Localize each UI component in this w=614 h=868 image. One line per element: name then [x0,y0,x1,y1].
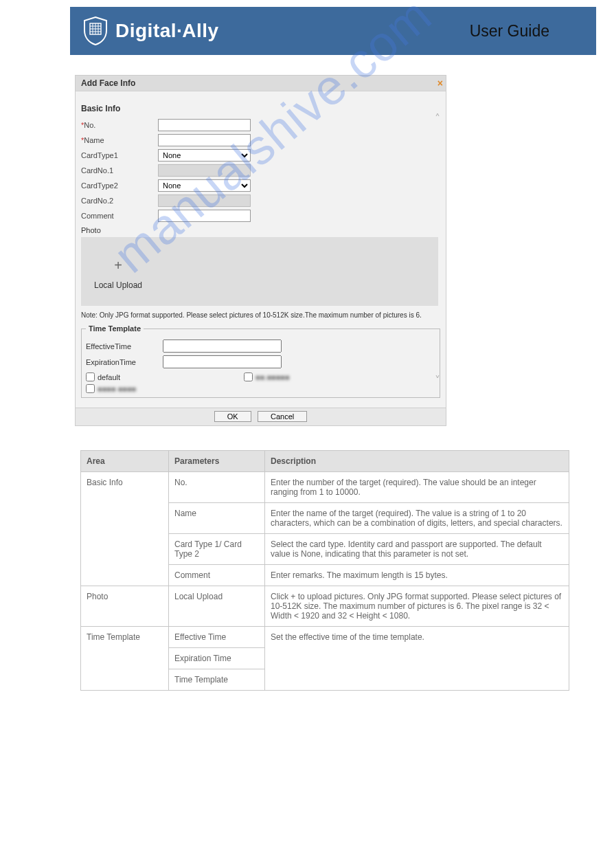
default-checkbox-label[interactable]: default [86,372,120,381]
param-cell: Time Template [169,669,265,691]
brand-name: Digital·Ally [115,20,219,42]
brand: Digital·Ally [82,16,470,45]
parameters-table: Area Parameters Description Basic Info N… [80,450,569,691]
obscured-checkbox-1[interactable]: ■■.■■■■■ [244,372,290,381]
default-checkbox[interactable] [86,372,95,381]
no-input[interactable] [158,119,251,131]
comment-label: Comment [81,212,158,220]
no-label: *No. [81,121,158,129]
desc-cell: Set the effective time of the time templ… [265,627,569,691]
table-header-params: Parameters [169,451,265,472]
photo-note: Note: Only JPG format supported. Please … [81,306,440,323]
dialog-title-text: Add Face Info [81,78,135,88]
table-row: Time Template Effective Time Set the eff… [81,627,569,648]
table-header-desc: Description [265,451,569,472]
desc-cell: Select the card type. Identity card and … [265,534,569,565]
cancel-button[interactable]: Cancel [258,411,307,422]
close-icon[interactable]: × [437,78,443,89]
area-cell: Photo [81,586,169,627]
cardno2-label: CardNo.2 [81,197,158,205]
area-cell: Basic Info [81,472,169,586]
name-label: *Name [81,136,158,144]
obscured-text-2: ■■■■ ■■■■ [98,385,136,393]
time-template-fieldset: Time Template EffectiveTime ExpirationTi… [81,324,440,398]
desc-cell: Enter remarks. The maximum length is 15 … [265,565,569,586]
table-header-area: Area [81,451,169,472]
cardno2-input [158,194,251,207]
expiration-time-label: ExpirationTime [86,358,163,366]
shield-icon [82,16,109,45]
name-input[interactable] [158,134,251,146]
desc-cell: Enter the name of the target (required).… [265,503,569,534]
desc-cell: Click + to upload pictures. Only JPG for… [265,586,569,627]
dialog-footer: OK Cancel [76,408,446,425]
dialog-title-bar: Add Face Info × [76,76,446,91]
local-upload-label: Local Upload [86,280,150,290]
cardno1-label: CardNo.1 [81,166,158,175]
dialog-body: ˄ ˅ Basic Info *No. *Name CardType1 None… [76,91,446,408]
photo-label: Photo [81,223,440,237]
basic-info-heading: Basic Info [81,98,440,118]
obscured-checkbox-2[interactable]: ■■■■ ■■■■ [86,384,136,393]
obscured-checkbox-2-box[interactable] [86,384,95,393]
plus-icon[interactable]: + [86,254,150,280]
param-cell: Local Upload [169,586,265,627]
cardtype1-label: CardType1 [81,151,158,159]
param-cell: Expiration Time [169,648,265,669]
table-row: Basic Info No. Enter the number of the t… [81,472,569,503]
param-cell: Comment [169,565,265,586]
param-cell: No. [169,472,265,503]
cardtype2-select[interactable]: None [158,179,251,192]
area-cell: Time Template [81,627,169,691]
param-cell: Card Type 1/ Card Type 2 [169,534,265,565]
cardtype2-label: CardType2 [81,181,158,190]
table-header-row: Area Parameters Description [81,451,569,472]
page-header: Digital·Ally User Guide [70,7,596,55]
obscured-text-1: ■■.■■■■■ [255,373,290,381]
user-guide-label: User Guide [470,22,549,41]
comment-input[interactable] [158,210,251,222]
obscured-checkbox-1-box[interactable] [244,372,253,381]
default-label-text: default [98,373,120,381]
desc-cell: Enter the number of the target (required… [265,472,569,503]
photo-upload-area: + Local Upload [81,237,438,306]
param-cell: Name [169,503,265,534]
scroll-down-icon[interactable]: ˅ [435,374,440,387]
local-upload-tile[interactable]: + Local Upload [82,254,150,290]
effective-time-label: EffectiveTime [86,342,163,350]
ok-button[interactable]: OK [214,411,251,422]
time-template-legend: Time Template [86,324,144,333]
expiration-time-input[interactable] [163,355,282,368]
add-face-info-dialog: Add Face Info × ˄ ˅ Basic Info *No. *Nam… [75,75,446,426]
effective-time-input[interactable] [163,340,282,353]
scroll-up-icon[interactable]: ˄ [435,112,440,125]
cardno1-input [158,164,251,177]
param-cell: Effective Time [169,627,265,648]
table-row: Photo Local Upload Click + to upload pic… [81,586,569,627]
cardtype1-select[interactable]: None [158,149,251,162]
